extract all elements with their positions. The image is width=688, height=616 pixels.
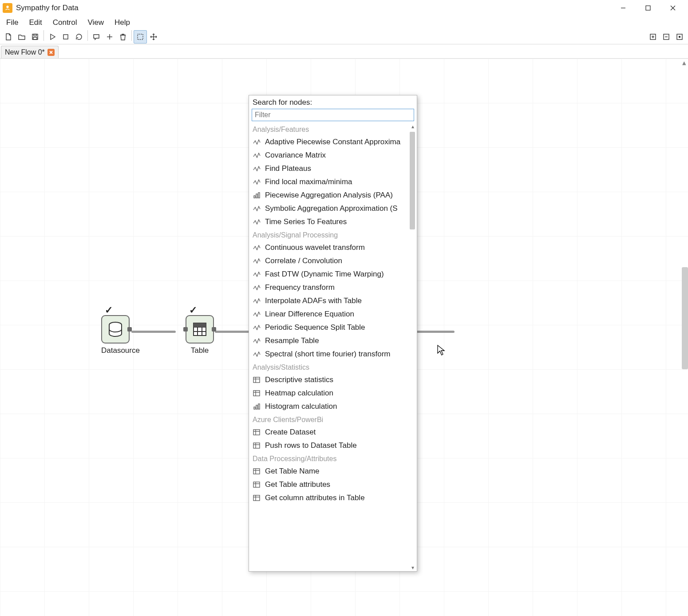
node-list-item[interactable]: Covariance Matrix — [249, 149, 409, 162]
resample-icon — [253, 337, 261, 345]
node-list-item[interactable]: Create Dataset — [249, 426, 409, 439]
new-file-icon[interactable] — [2, 30, 15, 43]
node-list-item[interactable]: Descriptive statistics — [249, 373, 409, 387]
node-list-label: Interpolate ADAFs with Table — [265, 296, 362, 305]
play-icon[interactable] — [46, 30, 59, 43]
node-list-item[interactable]: Continuous wavelet transform — [249, 241, 409, 254]
output-port[interactable] — [212, 327, 216, 332]
menu-edit[interactable]: Edit — [24, 17, 46, 28]
menu-view[interactable]: View — [83, 17, 109, 28]
menu-file[interactable]: File — [2, 17, 23, 28]
periodic-icon — [253, 324, 261, 332]
input-port[interactable] — [183, 327, 188, 332]
svg-rect-36 — [253, 391, 260, 396]
scroll-up-icon[interactable]: ▴ — [680, 59, 688, 67]
minimize-button[interactable] — [611, 0, 636, 16]
node-list-item[interactable]: Correlate / Convolution — [249, 254, 409, 268]
node-list-item[interactable]: Get Table attributes — [249, 478, 409, 491]
node-table[interactable]: ✓ Table — [186, 315, 214, 355]
scroll-thumb[interactable] — [682, 267, 688, 369]
table-icon — [253, 467, 261, 475]
fit-icon[interactable] — [673, 30, 686, 43]
freq-icon — [253, 284, 261, 292]
flow-canvas[interactable]: ✓ Datasource ✓ Table Search for nodes: A… — [0, 59, 688, 616]
node-list-label: Find local maxima/minima — [265, 178, 352, 186]
node-list-item[interactable]: Frequency transform — [249, 281, 409, 294]
plus-icon[interactable] — [103, 30, 116, 43]
scroll-up-icon[interactable]: ▴ — [409, 123, 416, 130]
bars-icon — [253, 191, 261, 199]
node-list-label: Get Table Name — [265, 467, 320, 476]
node-list-label: Periodic Sequence Split Table — [265, 323, 365, 332]
selection-icon[interactable] — [134, 30, 147, 43]
node-list-item[interactable]: Heatmap calculation — [249, 387, 409, 400]
svg-rect-11 — [138, 34, 143, 39]
histogram-icon — [253, 403, 261, 411]
node-list-item[interactable]: Linear Difference Equation — [249, 308, 409, 321]
scroll-thumb[interactable] — [410, 132, 415, 229]
extrema-icon — [253, 178, 261, 186]
tab-flow[interactable]: New Flow 0* — [1, 46, 59, 58]
node-list-label: Descriptive statistics — [265, 375, 333, 384]
node-list-item[interactable]: Piecewise Aggregation Analysis (PAA) — [249, 189, 409, 202]
node-list-item[interactable]: Periodic Sequence Split Table — [249, 321, 409, 334]
node-list-label: Piecewise Aggregation Analysis (PAA) — [265, 191, 393, 200]
canvas-scrollbar[interactable]: ▴ — [680, 59, 688, 616]
tab-close-button[interactable] — [47, 49, 55, 56]
node-list-item[interactable]: Get column attributes in Table — [249, 491, 409, 505]
svg-rect-40 — [256, 405, 257, 409]
dtw-icon — [253, 270, 261, 278]
node-box[interactable] — [186, 315, 214, 344]
menu-help[interactable]: Help — [110, 17, 134, 28]
node-list-item[interactable]: Push rows to Dataset Table — [249, 439, 409, 452]
comment-icon[interactable] — [90, 30, 103, 43]
svg-rect-42 — [253, 430, 260, 435]
maximize-button[interactable] — [636, 0, 660, 16]
node-list-item[interactable]: Get Table Name — [249, 465, 409, 478]
node-list-item[interactable]: Adaptive Piecewise Constant Approxima — [249, 135, 409, 149]
node-list-item[interactable]: Spectral (short time fourier) transform — [249, 347, 409, 361]
node-box[interactable] — [101, 315, 130, 344]
close-button[interactable] — [660, 0, 685, 16]
open-folder-icon[interactable] — [15, 30, 28, 43]
output-port[interactable] — [127, 327, 132, 332]
node-list-item[interactable]: Histogram calculation — [249, 400, 409, 413]
node-label: Datasource — [101, 346, 140, 355]
menu-control[interactable]: Control — [48, 17, 82, 28]
check-icon: ✓ — [105, 304, 113, 316]
node-list-item[interactable]: Interpolate ADAFs with Table — [249, 294, 409, 308]
interp-icon — [253, 297, 261, 305]
title-bar: Sympathy for Data — [0, 0, 688, 16]
save-icon[interactable] — [28, 30, 42, 43]
node-list-item[interactable]: Fast DTW (Dynamic Time Warping) — [249, 268, 409, 281]
svg-rect-29 — [194, 323, 206, 327]
tab-label: New Flow 0* — [5, 48, 45, 56]
node-datasource[interactable]: ✓ Datasource — [101, 315, 140, 355]
node-list-label: Resample Table — [265, 336, 319, 345]
node-list-item[interactable]: Time Series To Features — [249, 215, 409, 229]
zoom-in-icon[interactable] — [646, 30, 660, 43]
node-list-label: Covariance Matrix — [265, 151, 326, 160]
stop-icon[interactable] — [59, 30, 72, 43]
search-input[interactable] — [252, 109, 414, 121]
spectral-icon — [253, 350, 261, 358]
reload-icon[interactable] — [72, 30, 86, 43]
trash-icon[interactable] — [116, 30, 130, 43]
node-list-item[interactable]: Find Plateaus — [249, 162, 409, 175]
move-icon[interactable] — [147, 30, 160, 43]
node-list-label: Heatmap calculation — [265, 389, 333, 398]
svg-rect-7 — [33, 37, 37, 39]
svg-rect-32 — [258, 193, 260, 198]
zoom-out-icon[interactable] — [660, 30, 673, 43]
mouse-cursor — [437, 344, 446, 356]
node-list-label: Fast DTW (Dynamic Time Warping) — [265, 270, 384, 279]
node-list-item[interactable]: Symbolic Aggregation Approximation (S — [249, 202, 409, 215]
scroll-down-icon[interactable]: ▾ — [409, 564, 416, 571]
check-icon: ✓ — [189, 304, 197, 316]
node-list-item[interactable]: Resample Table — [249, 334, 409, 347]
node-list-item[interactable]: Find local maxima/minima — [249, 175, 409, 189]
node-list-label: Get Table attributes — [265, 480, 330, 489]
popup-scrollbar[interactable]: ▴ ▾ — [409, 123, 417, 571]
node-list-label: Histogram calculation — [265, 402, 337, 411]
push-icon — [253, 442, 261, 450]
